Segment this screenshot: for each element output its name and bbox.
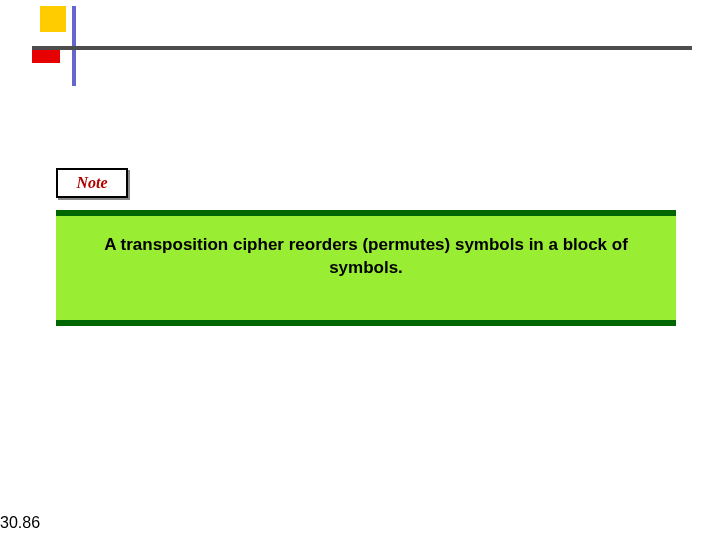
header-rule — [32, 46, 692, 50]
callout-body: A transposition cipher reorders (permute… — [56, 216, 676, 320]
callout-rule-bottom — [56, 320, 676, 326]
note-label-box: Note — [56, 168, 128, 198]
note-label-text: Note — [76, 174, 107, 192]
slide-number: 30.86 — [0, 514, 40, 532]
slide-logo — [32, 6, 78, 74]
callout-text: A transposition cipher reorders (permute… — [104, 235, 628, 277]
callout-block: A transposition cipher reorders (permute… — [56, 210, 676, 326]
slide: Note A transposition cipher reorders (pe… — [0, 0, 720, 540]
logo-square-yellow — [40, 6, 66, 32]
